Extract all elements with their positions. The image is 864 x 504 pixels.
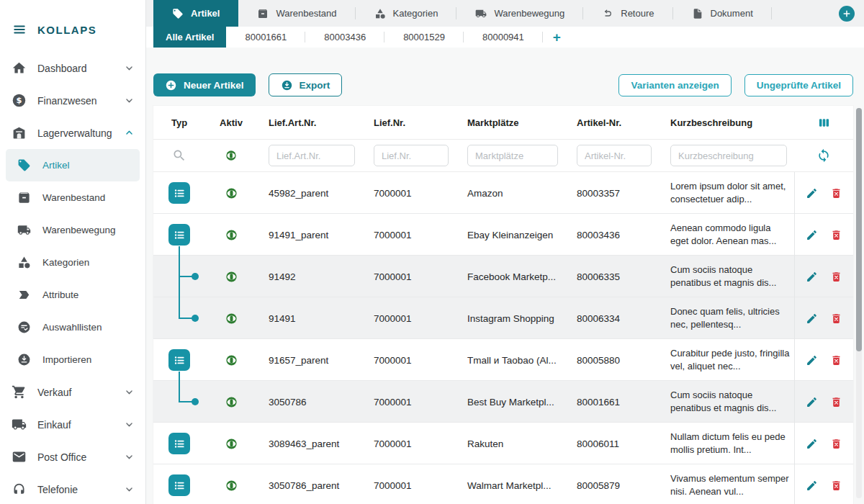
toolbar: Neuer Artikel Export Varianten anzeigen … [153, 73, 853, 96]
filter-artikel-nr-input[interactable] [577, 145, 652, 166]
filter-kurzbeschreibung-input[interactable] [670, 145, 787, 166]
actions-cell [794, 172, 853, 214]
edit-button[interactable] [806, 438, 818, 450]
marktplatz-cell: Facebook Marketp... [456, 271, 565, 282]
show-variants-label: Varianten anzeigen [631, 80, 719, 91]
delete-button[interactable] [830, 312, 842, 325]
sidebar-item-artikel[interactable]: Artikel [6, 149, 140, 181]
delete-button[interactable] [830, 396, 842, 408]
subtab-80003436[interactable]: 80003436 [305, 27, 384, 48]
delete-button[interactable] [830, 354, 842, 366]
sidebar-item-einkauf[interactable]: Einkauf [0, 408, 145, 441]
marktplatz-cell: Ebay Kleinanzeigen [456, 230, 565, 240]
typ-cell [153, 256, 205, 297]
scrollbar-thumb[interactable] [856, 108, 862, 351]
table-row[interactable]: 45982_parent 7000001 Amazon 80003357 Lor… [153, 172, 853, 214]
sidebar-item-lagerverwaltung[interactable]: Lagerverwaltung [0, 117, 145, 149]
mail-icon [12, 449, 27, 464]
show-variants-button[interactable]: Varianten anzeigen [618, 74, 731, 96]
kurzbeschreibung-cell: Cum sociis natoque penatibus et magnis d… [659, 389, 794, 415]
tab-bar: Artikel Warenbestand Kategorien Warenbew… [146, 0, 864, 27]
menu-icon[interactable] [12, 23, 27, 36]
delete-button[interactable] [830, 271, 842, 283]
tab-kategorien[interactable]: Kategorien [356, 0, 457, 27]
tab-dokument[interactable]: Dokument [673, 0, 772, 27]
delete-button[interactable] [830, 187, 842, 199]
sidebar-item-warenbestand[interactable]: Warenbestand [6, 181, 140, 214]
unchecked-articles-button[interactable]: Ungeprüfte Artikel [744, 74, 853, 96]
lief-nr-cell: 7000001 [362, 271, 456, 282]
active-status-icon [225, 396, 238, 408]
subtab-80001661[interactable]: 80001661 [226, 27, 305, 48]
edit-button[interactable] [806, 312, 818, 325]
sidebar-item-dashboard[interactable]: Dashboard [0, 52, 145, 84]
refresh-icon[interactable] [816, 148, 831, 163]
import-icon [17, 353, 31, 366]
export-download-icon [281, 79, 293, 91]
aktiv-cell [205, 229, 257, 241]
table-header: Typ Aktiv Lief.Art.Nr. Lief.Nr. Marktplä… [153, 106, 853, 140]
sidebar-item-attribute[interactable]: Attribute [6, 279, 140, 311]
sidebar-item-finanzwesen[interactable]: $ Finanzwesen [0, 84, 145, 117]
sidebar-item-auswahllisten[interactable]: Auswahllisten [6, 311, 140, 343]
aktiv-filter-icon[interactable] [225, 150, 237, 161]
variant-list-button[interactable] [168, 182, 190, 204]
subtab-alle-artikel[interactable]: Alle Artikel [153, 27, 226, 48]
sidebar-item-telefonie[interactable]: Telefonie [0, 473, 145, 504]
edit-button[interactable] [806, 229, 818, 241]
edit-button[interactable] [806, 480, 818, 492]
edit-button[interactable] [806, 271, 818, 283]
table-row[interactable]: 3089463_parent 7000001 Rakuten 80006011 … [153, 423, 853, 464]
edit-button[interactable] [806, 354, 818, 366]
add-article-tab-button[interactable]: + [543, 27, 571, 48]
variant-list-button[interactable] [168, 433, 190, 454]
tab-artikel[interactable]: Artikel [153, 0, 238, 27]
table-row[interactable]: 91491_parent 7000001 Ebay Kleinanzeigen … [153, 214, 853, 256]
col-artikel-nr: Artikel-Nr. [565, 117, 659, 128]
export-button[interactable]: Export [269, 73, 343, 96]
sidebar-item-kategorien[interactable]: Kategorien [6, 246, 140, 279]
vertical-scrollbar[interactable] [856, 108, 862, 498]
col-lief-nr: Lief.Nr. [362, 117, 456, 128]
stock-icon [257, 8, 269, 19]
sidebar-item-importieren[interactable]: Importieren [6, 343, 140, 376]
add-tab-button[interactable] [839, 6, 855, 22]
table-row[interactable]: 3050786_parent 7000001 Walmart Marketpl.… [153, 464, 853, 504]
variant-list-button[interactable] [168, 474, 190, 496]
aktiv-cell [205, 271, 257, 283]
variant-list-button[interactable] [168, 224, 190, 246]
artikel-nr-cell: 80003436 [565, 230, 659, 240]
table-row[interactable]: 91657_parent 7000001 Tmall и Taobao (Al.… [153, 339, 853, 381]
delete-button[interactable] [830, 438, 842, 450]
sidebar-item-post-office[interactable]: Post Office [0, 441, 145, 473]
tab-warenbewegung[interactable]: Warenbewegung [456, 0, 583, 27]
lief-nr-cell: 7000001 [362, 355, 456, 366]
lief-art-nr-cell: 3050786_parent [257, 480, 362, 491]
sidebar-item-warenbewegung[interactable]: Warenbewegung [6, 214, 140, 246]
new-article-button[interactable]: Neuer Artikel [153, 73, 256, 96]
kurzbeschreibung-cell: Nullam dictum felis eu pede mollis preti… [659, 431, 794, 457]
edit-button[interactable] [806, 396, 818, 408]
sidebar-item-verkauf[interactable]: Verkauf [0, 376, 145, 408]
actions-cell [794, 464, 853, 504]
filter-lief-art-nr-input[interactable] [269, 145, 355, 166]
active-status-icon [225, 229, 238, 241]
filter-marktplaetze-input[interactable] [467, 145, 558, 166]
delete-button[interactable] [830, 229, 842, 241]
filter-lief-nr-input[interactable] [374, 145, 449, 166]
sidebar-lager-submenu: Artikel Warenbestand Warenbewegung Kateg… [0, 149, 145, 376]
delete-button[interactable] [830, 480, 842, 492]
subtab-80001529[interactable]: 80001529 [384, 27, 464, 48]
subtab-80000941[interactable]: 80000941 [464, 27, 543, 48]
col-marktplaetze: Marktplätze [456, 117, 565, 128]
tab-warenbestand[interactable]: Warenbestand [238, 0, 355, 27]
edit-button[interactable] [806, 187, 818, 199]
tab-retoure[interactable]: Retoure [583, 0, 672, 27]
tree-connector [179, 381, 180, 402]
table-row[interactable]: 91492 7000001 Facebook Marketp... 800063… [153, 256, 853, 297]
artikel-nr-cell: 80006335 [565, 271, 659, 282]
variant-list-button[interactable] [168, 349, 190, 371]
column-settings-icon[interactable] [816, 115, 832, 130]
table-row[interactable]: 91491 7000001 Instagram Shopping 8000633… [153, 297, 853, 339]
table-row[interactable]: 3050786 7000001 Best Buy Marketpl... 800… [153, 381, 853, 423]
